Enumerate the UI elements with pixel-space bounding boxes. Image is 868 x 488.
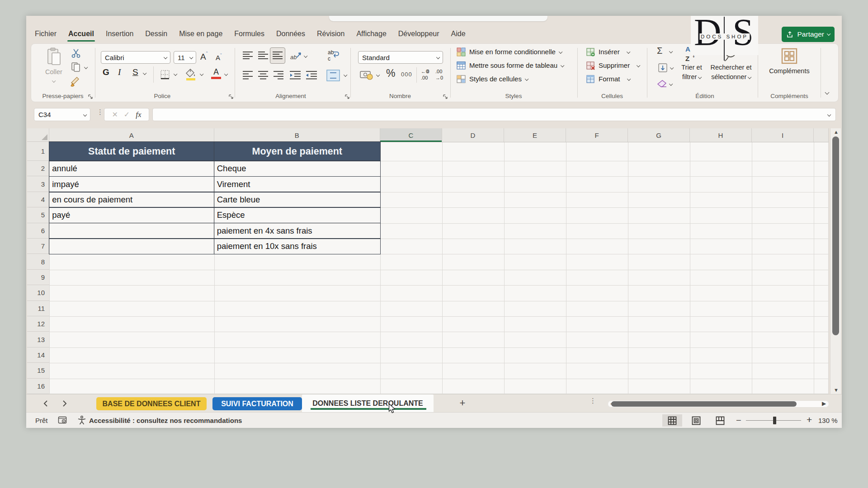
macro-record-icon[interactable] xyxy=(58,416,67,425)
scroll-up-icon[interactable]: ▲ xyxy=(834,130,839,135)
cancel-icon[interactable]: ✕ xyxy=(112,110,118,119)
row-header-12[interactable]: 12 xyxy=(27,316,49,332)
column-header-C[interactable]: C xyxy=(380,128,442,142)
cell-B2[interactable]: Cheque xyxy=(214,160,381,177)
name-box[interactable]: C34 xyxy=(34,108,90,121)
ribbon-tab-affichage[interactable]: Affichage xyxy=(350,27,392,42)
vertical-scrollbar-thumb[interactable] xyxy=(832,136,839,335)
cell-A6[interactable] xyxy=(49,223,214,239)
row-header-14[interactable]: 14 xyxy=(27,347,49,363)
accessibility-icon[interactable] xyxy=(77,415,87,425)
cell-B6[interactable]: paiement en 4x sans frais xyxy=(214,223,381,239)
sheet-nav-right-icon[interactable] xyxy=(62,394,67,413)
sheet-tab-base-de-donnees-client[interactable]: BASE DE DONNEES CLIENT xyxy=(96,397,207,410)
orientation-button[interactable]: ab xyxy=(290,50,302,64)
align-center-button[interactable] xyxy=(257,70,269,83)
ribbon-tab-aide[interactable]: Aide xyxy=(445,27,472,42)
column-header-partial[interactable] xyxy=(814,128,829,142)
enter-icon[interactable]: ✓ xyxy=(124,110,130,119)
ribbon-tab-mise-en-page[interactable]: Mise en page xyxy=(173,27,228,42)
row-header-16[interactable]: 16 xyxy=(27,379,49,394)
decrease-decimal-button[interactable]: .00 →0 xyxy=(434,68,446,83)
status-accessibility[interactable]: Accessibilité : consultez nos recommanda… xyxy=(89,417,242,424)
insert-cells-button[interactable]: Insérer xyxy=(586,46,640,57)
cell-B7[interactable]: paiement en 10x sans frais xyxy=(214,238,381,254)
increase-decimal-button[interactable]: ←0 .00 0 xyxy=(420,68,432,83)
merge-center-button[interactable] xyxy=(326,69,340,84)
delete-cells-button[interactable]: Supprimer xyxy=(586,60,640,71)
cell-B1[interactable]: Moyen de paiement xyxy=(214,141,381,161)
ribbon-tab-accueil[interactable]: Accueil xyxy=(62,27,100,42)
comma-style-button[interactable]: 000 xyxy=(401,71,412,78)
dialog-launcher-icon[interactable] xyxy=(344,94,350,100)
fill-button[interactable] xyxy=(658,63,668,75)
column-header-B[interactable]: B xyxy=(214,128,381,142)
zoom-level[interactable]: 130 % xyxy=(818,417,838,424)
ribbon-tab-formules[interactable]: Formules xyxy=(228,27,270,42)
format-as-table-button[interactable]: Mettre sous forme de tableau xyxy=(457,60,564,71)
align-left-button[interactable] xyxy=(242,70,254,83)
copy-button[interactable] xyxy=(71,62,81,74)
row-header-1[interactable]: 1 xyxy=(27,142,49,161)
conditional-formatting-button[interactable]: Mise en forme conditionnelle xyxy=(457,46,564,57)
name-box-splitter[interactable]: ⋮ xyxy=(97,111,98,119)
zoom-slider-handle[interactable] xyxy=(773,417,776,424)
clear-button[interactable] xyxy=(657,79,668,91)
vertical-scrollbar[interactable]: ▲ ▼ xyxy=(830,128,841,394)
view-normal-button[interactable] xyxy=(662,414,682,427)
cell-B5[interactable]: Espèce xyxy=(214,207,381,223)
align-middle-button[interactable] xyxy=(257,50,269,63)
cell-A2[interactable]: annulé xyxy=(49,160,214,177)
row-header-15[interactable]: 15 xyxy=(27,363,49,378)
zoom-out-button[interactable]: − xyxy=(736,415,741,426)
align-top-button[interactable] xyxy=(242,50,254,63)
percent-style-button[interactable]: % xyxy=(386,67,395,80)
column-header-D[interactable]: D xyxy=(442,128,504,142)
fill-color-button[interactable] xyxy=(185,68,197,83)
shrink-font-button[interactable]: Aˇ xyxy=(216,53,222,61)
row-header-5[interactable]: 5 xyxy=(27,207,49,223)
cell-A5[interactable]: payé xyxy=(49,207,214,223)
cut-button[interactable] xyxy=(71,48,81,60)
paste-button[interactable]: Coller xyxy=(44,47,64,84)
row-header-3[interactable]: 3 xyxy=(27,176,49,192)
view-page-layout-button[interactable] xyxy=(686,414,706,427)
ribbon-tab-dessin[interactable]: Dessin xyxy=(139,27,173,42)
column-header-E[interactable]: E xyxy=(504,128,566,142)
column-header-H[interactable]: H xyxy=(690,128,752,142)
align-right-button[interactable] xyxy=(273,70,284,83)
row-header-9[interactable]: 9 xyxy=(27,270,49,285)
scroll-right-icon[interactable]: ▶ xyxy=(822,401,826,406)
select-all-corner[interactable] xyxy=(27,128,49,142)
ribbon-tab-révision[interactable]: Révision xyxy=(311,27,350,42)
share-button[interactable]: Partager xyxy=(782,27,835,42)
ribbon-tab-développeur[interactable]: Développeur xyxy=(392,27,445,42)
view-page-break-button[interactable] xyxy=(710,414,730,427)
cell-B3[interactable]: Virement xyxy=(214,176,381,192)
scroll-down-icon[interactable]: ▼ xyxy=(834,388,839,393)
increase-indent-button[interactable] xyxy=(305,70,318,83)
ribbon-tab-insertion[interactable]: Insertion xyxy=(100,27,139,42)
column-header-A[interactable]: A xyxy=(49,128,214,142)
formula-input[interactable] xyxy=(152,108,836,121)
sheet-nav-left-icon[interactable] xyxy=(43,394,48,413)
decrease-indent-button[interactable] xyxy=(289,70,302,83)
underline-button[interactable]: S xyxy=(132,67,138,77)
row-header-13[interactable]: 13 xyxy=(27,332,49,347)
row-header-8[interactable]: 8 xyxy=(27,254,49,269)
row-header-11[interactable]: 11 xyxy=(27,301,49,316)
column-header-G[interactable]: G xyxy=(628,128,690,142)
format-cells-button[interactable]: Format xyxy=(586,73,640,84)
row-header-10[interactable]: 10 xyxy=(27,285,49,300)
sheet-tab-suivi-facturation[interactable]: SUIVI FACTURATION xyxy=(212,397,302,410)
cell-A3[interactable]: impayé xyxy=(49,176,214,192)
row-header-6[interactable]: 6 xyxy=(27,223,49,239)
accounting-format-button[interactable] xyxy=(360,69,373,83)
format-painter-button[interactable] xyxy=(70,76,82,89)
borders-button[interactable] xyxy=(160,69,170,82)
dialog-launcher-icon[interactable] xyxy=(442,94,448,100)
collapse-ribbon-chevron-icon[interactable] xyxy=(825,90,830,95)
dialog-launcher-icon[interactable] xyxy=(228,94,234,100)
ribbon-tab-données[interactable]: Données xyxy=(270,27,311,42)
cell-styles-button[interactable]: Styles de cellules xyxy=(457,73,564,84)
